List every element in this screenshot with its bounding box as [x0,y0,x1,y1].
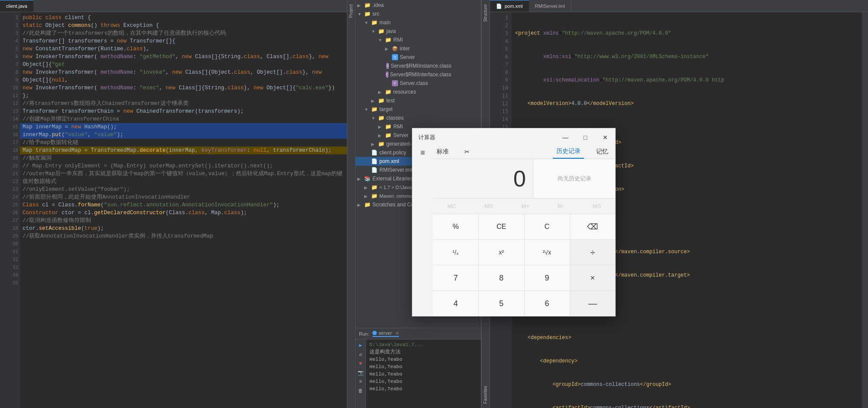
calc-mul-btn[interactable]: × [570,265,615,290]
code-area[interactable]: 12345 678910 1112131415 1617181920 21222… [0,12,347,408]
calc-display-history: 0 尚无历史记录 [433,159,615,198]
calc-display: 0 [433,159,533,198]
calc-recip-btn[interactable]: ¹/ₓ [433,240,478,265]
line-numbers: 12345 678910 1112131415 1617181920 21222… [3,12,20,408]
calc-main-area: 标准 ✂ 历史记录 记忆 0 尚无历史记录 M [433,144,615,316]
run-rerun-icon[interactable]: ↺ [357,350,365,358]
tree-item-inter[interactable]: ▶ 📦 inter [356,44,481,53]
calc-7-btn[interactable]: 7 [433,265,478,290]
calc-mc-btn[interactable]: MC [443,200,460,212]
vtab-structure[interactable]: Structure [482,0,489,26]
editor-tabs-bar: client.java [0,0,347,12]
calc-5-btn[interactable]: 5 [479,291,524,316]
run-line-5: Hello,Teabo [369,370,477,378]
calc-buttons-grid: % CE C ⌫ ¹/ₓ x² ²√x ÷ 7 8 9 × 4 5 [433,214,615,316]
run-camera-icon[interactable]: 📷 [357,369,365,376]
tab-client-java[interactable]: client.java [0,0,33,12]
run-scroll-icon[interactable]: ≡ [357,378,365,385]
calc-mplus-btn[interactable]: M+ [517,200,534,212]
calc-ce-btn[interactable]: CE [479,214,524,239]
calc-9-btn[interactable]: 9 [525,265,570,290]
run-trash-icon[interactable]: 🗑 [357,387,365,395]
code-text[interactable]: public class client { static Object comm… [20,12,347,408]
calc-c-btn[interactable]: C [525,214,570,239]
tree-item-resources[interactable]: ▶ 📁 resources [356,88,481,96]
run-tab-close[interactable]: ✕ [395,331,399,336]
calc-memory-bar: MC MR M+ M- MS [433,198,615,214]
calc-4-btn[interactable]: 4 [433,291,478,316]
tree-item-main[interactable]: ▼ 📁 main [356,18,481,27]
code-editor-panel: client.java 12345 678910 1112131415 1617… [0,0,347,408]
tree-item-server-pkg[interactable]: S Server [356,53,481,62]
calc-mode-standard[interactable]: 标准 [433,145,452,158]
tree-item-rmiinstance[interactable]: C Server$RMIInstance.class [356,62,481,70]
calc-backspace-btn[interactable]: ⌫ [570,214,615,239]
calc-nav-strip: ≡ [412,144,433,316]
calc-history-panel: 尚无历史记录 [533,159,615,198]
calc-ms-btn[interactable]: MS [588,200,606,212]
run-line-7: Hello,Teabo [369,385,477,392]
calc-div-btn[interactable]: ÷ [570,240,615,265]
run-play-icon[interactable]: ▶ [357,341,365,349]
tab-rmiserver-iml[interactable]: RMIServer.iml [529,0,571,12]
calc-maximize-btn[interactable]: □ [575,131,595,144]
calculator-window: 计算器 — □ ✕ ≡ 标准 ✂ [412,128,616,317]
calc-6-btn[interactable]: 6 [525,291,570,316]
run-panel-header: Run: server ✕ [356,328,481,339]
calc-titlebar: 计算器 — □ ✕ [412,128,615,144]
vtab-project[interactable]: Project [347,0,355,22]
xml-scrollbar[interactable] [862,12,868,408]
run-output: D:\Java\Java1.7... 这是构造方法 Hello,Teabo He… [366,339,481,408]
calc-percent-btn[interactable]: % [433,214,478,239]
calc-win-buttons: — □ ✕ [555,131,615,144]
calc-minimize-btn[interactable]: — [555,131,575,144]
calc-sqrt-btn[interactable]: ²√x [525,240,570,265]
run-side-icons: ▶ ↺ ■ 📷 ≡ 🗑 [356,339,366,408]
calc-body: ≡ 标准 ✂ 历史记录 记忆 0 [412,144,615,316]
calc-title: 计算器 [412,134,435,141]
run-line-3: Hello,Teabo [369,356,477,363]
server-class-label: Server.class [400,80,428,86]
tree-item-test[interactable]: ▶ 📁 test [356,96,481,105]
run-label: Run: [359,331,369,336]
tree-item-rmiinterface[interactable]: C Server$RMIInterface.class [356,70,481,79]
vtab-favorites[interactable]: Favorites [482,382,489,408]
tree-item-java[interactable]: ▼ 📁 java [356,27,481,36]
xml-editor-tabs: 📄 pom.xml RMIServer.iml [490,0,868,12]
tab-pom-xml[interactable]: 📄 pom.xml [490,0,529,12]
calc-mminus-btn[interactable]: M- [553,200,568,212]
calc-mode-scissor[interactable]: ✂ [461,146,473,158]
run-line-6: Hello,Teabo [369,378,477,385]
run-body: ▶ ↺ ■ 📷 ≡ 🗑 D:\Java\Java1.7... 这是构造方法 He… [356,339,481,408]
run-line-4: Hello,Teabo [369,363,477,370]
tree-item-classes[interactable]: ▼ 📁 classes [356,114,481,122]
calc-mode-history[interactable]: 历史记录 [553,145,584,159]
tree-item-idea[interactable]: ▶ 📁 .idea [356,1,481,10]
calc-mode-memory[interactable]: 记忆 [593,145,612,158]
tree-item-src[interactable]: ▼ 📁 src [356,10,481,18]
run-panel: Run: server ✕ ▶ ↺ ■ 📷 ≡ 🗑 D:\Java\Java [356,328,481,408]
calc-hamburger[interactable]: ≡ [412,145,433,161]
run-server-tab[interactable]: server ✕ [372,330,399,337]
middle-vtabs-strip: Project [347,0,356,408]
code-gutter [0,12,3,408]
calc-close-btn[interactable]: ✕ [595,131,615,144]
tree-item-target[interactable]: ▼ 📁 target [356,105,481,114]
run-line-2: 这是构造方法 [369,348,477,356]
calc-8-btn[interactable]: 8 [479,265,524,290]
tree-item-rmi[interactable]: ▼ 📁 RMI [356,36,481,44]
run-line-1: D:\Java\Java1.7... [369,341,477,348]
calc-minus-btn[interactable]: — [570,291,615,316]
calc-mode-bar: 标准 ✂ 历史记录 记忆 [433,144,615,159]
run-stop-icon[interactable]: ■ [357,359,365,367]
tree-item-server-class[interactable]: C Server.class [356,79,481,88]
calc-sq-btn[interactable]: x² [479,240,524,265]
calc-mr-btn[interactable]: MR [480,200,497,212]
